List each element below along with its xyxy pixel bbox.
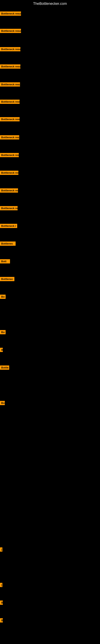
bottleneck-badge-6: Bottleneck result	[0, 117, 20, 121]
bottleneck-badge-16: Bo	[0, 295, 6, 299]
bottleneck-badge-7: Bottleneck result	[0, 135, 19, 140]
bottleneck-badge-23: B	[0, 600, 3, 605]
bottleneck-badge-21: |	[0, 548, 2, 552]
bottleneck-badge-2: Bottleneck result	[0, 47, 20, 51]
bottleneck-badge-12: Bottleneck r	[0, 224, 17, 228]
bottleneck-badge-4: Bottleneck result	[0, 82, 20, 86]
bottleneck-badge-14: Bott	[0, 259, 10, 264]
bottleneck-badge-0: Bottleneck result	[0, 12, 21, 16]
bottleneck-badge-9: Bottleneck resu	[0, 171, 18, 175]
bottleneck-badge-3: Bottleneck result	[0, 64, 20, 69]
bottleneck-badge-20: Bo	[0, 401, 5, 405]
bottleneck-badge-24: B	[0, 618, 3, 622]
site-title: TheBottlenecker.com	[0, 0, 100, 8]
bottleneck-badge-19: Bottle	[0, 366, 9, 370]
bottleneck-badge-22: |	[0, 583, 2, 587]
bottleneck-badge-8: Bottleneck resul	[0, 153, 19, 157]
bottleneck-badge-1: Bottleneck result	[0, 29, 21, 33]
bottleneck-badge-18: B	[0, 348, 3, 352]
bottleneck-badge-5: Bottleneck resul	[0, 100, 20, 104]
bottleneck-badge-10: Bottleneck res	[0, 188, 18, 192]
bottleneck-badge-15: Bottlenec	[0, 277, 14, 281]
bottleneck-badge-11: Bottleneck re	[0, 206, 18, 210]
bottleneck-badge-17: Bo	[0, 330, 6, 334]
bottleneck-badge-13: Bottlenec	[0, 242, 16, 246]
